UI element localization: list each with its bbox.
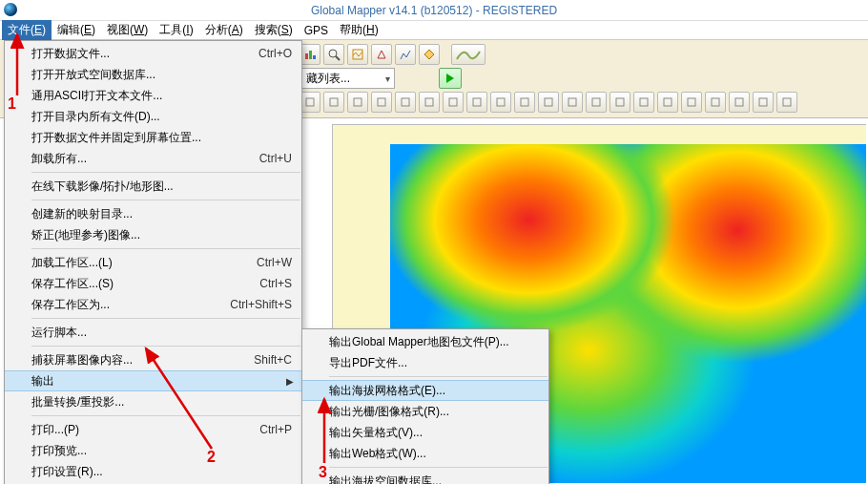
svg-point-3: [329, 50, 337, 57]
toolbar-button[interactable]: [371, 44, 392, 65]
toolbar-button[interactable]: [538, 92, 559, 113]
menu-item[interactable]: 打开数据文件...Ctrl+O: [5, 43, 301, 64]
toolbar-button[interactable]: [681, 92, 702, 113]
submenu-item[interactable]: 输出Global Mapper地图包文件(P)...: [302, 331, 548, 352]
svg-rect-10: [402, 98, 409, 106]
toolbar-button[interactable]: [371, 92, 392, 113]
menu-item[interactable]: 保存工作区...(S)Ctrl+S: [5, 273, 301, 294]
menu-item-accel: Shift+C: [254, 353, 292, 367]
menu-工具[interactable]: 工具(I): [154, 20, 198, 40]
svg-rect-24: [735, 98, 743, 106]
menu-item[interactable]: 打印设置(R)...: [5, 461, 301, 482]
toolbar-button[interactable]: [395, 92, 416, 113]
menu-separator: [31, 248, 300, 249]
toolbar-button[interactable]: [347, 92, 368, 113]
combo-hidden-list[interactable]: 藏列表...: [300, 68, 395, 89]
toolbar-button[interactable]: [466, 92, 487, 113]
submenu-item-label: 输出矢量格式(V)...: [329, 425, 423, 441]
toolbar-button[interactable]: [451, 44, 486, 65]
toolbar-button[interactable]: [514, 92, 535, 113]
submenu-item[interactable]: 输出海拔网格格式(E)...: [302, 380, 548, 401]
svg-line-4: [336, 56, 340, 60]
menu-item[interactable]: 打开开放式空间数据库...: [5, 64, 301, 85]
menu-separator: [329, 467, 548, 468]
menu-separator: [31, 200, 300, 200]
toolbar-button[interactable]: [705, 92, 726, 113]
menu-item[interactable]: 打开数据文件并固定到屏幕位置...: [5, 127, 301, 148]
menu-item[interactable]: 卸载所有...Ctrl+U: [5, 148, 301, 169]
menu-separator: [31, 318, 300, 319]
svg-rect-15: [521, 98, 528, 106]
toolbar-button[interactable]: [729, 92, 750, 113]
menu-item[interactable]: 捕获屏幕图像内容...Shift+C: [5, 349, 301, 370]
menu-分析[interactable]: 分析(A): [199, 20, 249, 40]
menu-帮助[interactable]: 帮助(H): [334, 20, 384, 40]
toolbar-button[interactable]: [323, 44, 344, 65]
menu-item[interactable]: 矫正(地理参考)图像...: [5, 224, 301, 245]
menu-搜索[interactable]: 搜索(S): [249, 20, 299, 40]
menu-item-label: 加载工作区...(L): [31, 255, 113, 271]
submenu-item[interactable]: 输出光栅/图像格式(R)...: [302, 401, 548, 422]
toolbar-button[interactable]: [419, 92, 440, 113]
menu-item[interactable]: 加载工作区...(L)Ctrl+W: [5, 252, 301, 273]
toolbar-button[interactable]: [419, 44, 440, 65]
svg-rect-6: [306, 98, 314, 106]
title-text: Global Mapper v14.1 (b120512) - REGISTER…: [311, 4, 557, 17]
toolbar-button[interactable]: [562, 92, 583, 113]
menu-item-accel: Ctrl+W: [257, 256, 292, 269]
menu-item-label: 运行脚本...: [31, 325, 87, 341]
svg-rect-23: [712, 98, 719, 106]
svg-rect-14: [497, 98, 505, 106]
menu-item-label: 矫正(地理参考)图像...: [31, 227, 140, 243]
svg-rect-2: [313, 55, 316, 59]
menu-item-accel: Ctrl+P: [259, 423, 292, 436]
menu-item[interactable]: 输出▶: [5, 370, 301, 391]
menu-separator: [31, 346, 300, 347]
combo-label: 藏列表...: [306, 71, 350, 87]
submenu-item[interactable]: 导出PDF文件...: [302, 352, 548, 373]
menu-separator: [31, 415, 300, 416]
toolbar-button[interactable]: [395, 44, 416, 65]
menu-item[interactable]: 打开目录内所有文件(D)...: [5, 106, 301, 127]
menu-item[interactable]: 保存工作区为...Ctrl+Shift+S: [5, 294, 301, 315]
menu-item[interactable]: 打印...(P)Ctrl+P: [5, 419, 301, 440]
toolbar-button[interactable]: [633, 92, 654, 113]
menu-item[interactable]: 创建新的映射目录...: [5, 203, 301, 224]
menu-item[interactable]: 在线下载影像/拓扑/地形图...: [5, 176, 301, 197]
toolbar-button[interactable]: [776, 92, 797, 113]
toolbar-button[interactable]: [323, 92, 344, 113]
svg-rect-26: [783, 98, 791, 106]
submenu-item-label: 输出光栅/图像格式(R)...: [329, 404, 449, 420]
menu-item-label: 批量转换/重投影...: [31, 394, 124, 410]
menu-文件[interactable]: 文件(E): [2, 20, 52, 40]
toolbar-button[interactable]: [753, 92, 774, 113]
menu-item[interactable]: 通用ASCII打开文本文件...: [5, 85, 301, 106]
toolbar-button[interactable]: [347, 44, 368, 65]
menu-separator: [31, 172, 300, 173]
menu-item[interactable]: 打印预览...: [5, 440, 301, 461]
menu-item-label: 保存工作区...(S): [31, 276, 114, 292]
menu-item[interactable]: 批量转换/重投影...: [5, 391, 301, 412]
menu-item[interactable]: 运行脚本...: [5, 322, 301, 343]
toolbar-button[interactable]: [610, 92, 630, 113]
menu-GPS[interactable]: GPS: [299, 22, 334, 39]
submenu-item[interactable]: 输出海拔空间数据库...: [302, 471, 548, 484]
toolbar-button[interactable]: [300, 44, 320, 65]
toolbar-button[interactable]: [443, 92, 464, 113]
toolbar-button[interactable]: [490, 92, 511, 113]
toolbar-button[interactable]: [586, 92, 607, 113]
submenu-item-label: 输出海拔网格格式(E)...: [329, 383, 445, 399]
toolbar-button[interactable]: [300, 92, 320, 113]
play-button[interactable]: [439, 68, 462, 89]
export-submenu: 输出Global Mapper地图包文件(P)...导出PDF文件...输出海拔…: [301, 328, 549, 484]
menu-视图[interactable]: 视图(W): [101, 20, 154, 40]
toolbar-button[interactable]: [657, 92, 678, 113]
menu-item-label: 通用ASCII打开文本文件...: [31, 88, 162, 104]
annotation-1: 1: [8, 95, 16, 113]
svg-rect-18: [592, 98, 600, 106]
submenu-item[interactable]: 输出矢量格式(V)...: [302, 422, 548, 443]
menu-item-label: 输出: [31, 373, 54, 389]
submenu-item[interactable]: 输出Web格式(W)...: [302, 443, 548, 464]
menu-编辑[interactable]: 编辑(E): [52, 20, 101, 40]
svg-rect-17: [568, 98, 576, 106]
